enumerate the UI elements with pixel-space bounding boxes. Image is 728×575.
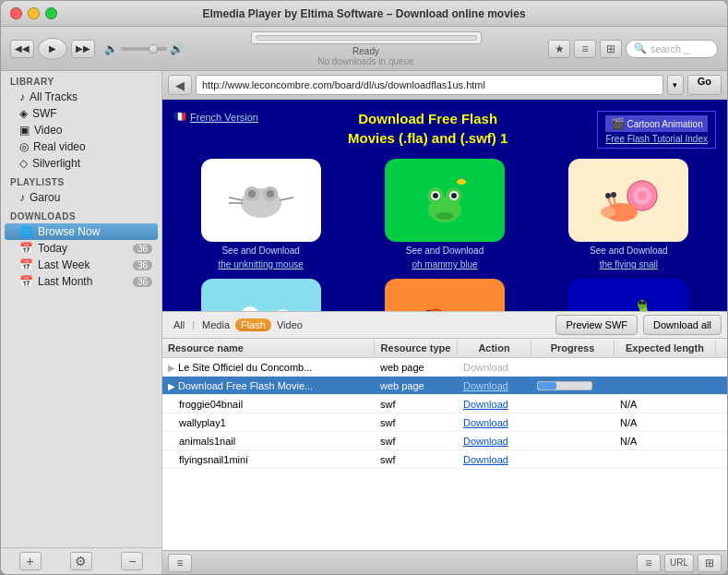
url-dropdown-button[interactable]: ▾ bbox=[667, 75, 684, 95]
table-row[interactable]: ▶ Download Free Flash Movie... web page … bbox=[162, 377, 727, 395]
table-body: ▶ Le Site Officiel du Concomb... web pag… bbox=[162, 358, 727, 550]
volume-slider[interactable] bbox=[121, 47, 167, 51]
row1-progress bbox=[531, 379, 615, 392]
svg-point-14 bbox=[451, 193, 457, 198]
row1-name: ▶ Download Free Flash Movie... bbox=[162, 378, 375, 393]
row3-length: N/A bbox=[615, 415, 716, 430]
last-month-icon: 📅 bbox=[19, 275, 33, 288]
row5-progress bbox=[531, 458, 615, 461]
url-input[interactable] bbox=[196, 75, 663, 95]
download-all-button[interactable]: Download all bbox=[643, 315, 722, 335]
row1-progress-bar bbox=[537, 381, 592, 390]
row1-type: web page bbox=[375, 378, 458, 393]
rewind-button[interactable]: ◀◀ bbox=[10, 40, 34, 58]
sidebar-label-last-week: Last Week bbox=[38, 258, 90, 271]
flash-thumb-snailrunner bbox=[385, 279, 505, 311]
list-icon-button[interactable]: ≡ bbox=[637, 554, 661, 572]
sidebar-label-swf: SWF bbox=[32, 107, 57, 120]
star-button[interactable]: ★ bbox=[548, 40, 570, 58]
grid-view-button[interactable]: ⊞ bbox=[600, 40, 622, 58]
play-button[interactable]: ▶ bbox=[38, 38, 67, 60]
flash-thumb-snail bbox=[568, 159, 688, 242]
sidebar-label-all-tracks: All Tracks bbox=[30, 90, 78, 103]
preview-swf-button[interactable]: Preview SWF bbox=[555, 315, 638, 335]
table-row[interactable]: wallyplay1 swf Download N/A bbox=[162, 413, 727, 432]
sidebar-item-all-tracks[interactable]: ♪ All Tracks bbox=[5, 89, 158, 105]
flash-link-1[interactable]: oh mammy blue bbox=[412, 259, 477, 270]
flash-link-0[interactable]: the unknitting mouse bbox=[219, 259, 304, 270]
row5-download-link[interactable]: Download bbox=[463, 454, 508, 465]
filter-flash[interactable]: Flash bbox=[235, 318, 271, 331]
col-header-progress: Progress bbox=[531, 341, 615, 355]
add-button[interactable]: + bbox=[19, 552, 42, 570]
settings-button[interactable]: ⚙ bbox=[70, 552, 92, 570]
table-row[interactable]: ▶ Le Site Officiel du Concomb... web pag… bbox=[162, 358, 727, 377]
svg-point-26 bbox=[605, 193, 611, 198]
col-header-name: Resource name bbox=[162, 341, 375, 355]
row1-download-link[interactable]: Download bbox=[463, 380, 508, 391]
search-box[interactable]: 🔍 search _ bbox=[626, 40, 718, 58]
sidebar-item-today[interactable]: 📅 Today 36 bbox=[5, 240, 158, 257]
page-title-line1: Download Free Flash bbox=[258, 111, 597, 126]
sidebar-item-last-month[interactable]: 📅 Last Month 36 bbox=[5, 273, 158, 290]
browser-panel: ◀ ▾ Go 🇫🇷 French Version Download Free F… bbox=[162, 71, 727, 574]
sidebar-item-browse-now[interactable]: 🌐 Browse Now bbox=[5, 223, 158, 240]
go-button[interactable]: Go bbox=[687, 75, 722, 95]
flash-caption-2: See and Download bbox=[590, 246, 668, 256]
row5-action: Download bbox=[458, 452, 531, 467]
silverlight-icon: ◇ bbox=[19, 157, 28, 170]
row4-length: N/A bbox=[615, 434, 716, 449]
svg-point-42 bbox=[638, 300, 647, 309]
last-month-badge: 36 bbox=[133, 277, 152, 287]
french-version-link[interactable]: French Version bbox=[190, 112, 258, 123]
row2-download-link[interactable]: Download bbox=[463, 399, 508, 410]
today-badge: 36 bbox=[133, 244, 152, 254]
back-button[interactable]: ◀ bbox=[168, 75, 192, 95]
sidebar-label-real-video: Real video bbox=[33, 140, 86, 153]
list-view-icon[interactable]: ≡ bbox=[168, 554, 192, 572]
minimize-button[interactable] bbox=[28, 7, 40, 19]
table-row[interactable]: froggie04bnail swf Download N/A bbox=[162, 395, 727, 413]
media-filter: All | Media Flash Video bbox=[168, 318, 308, 331]
table-row[interactable]: animals1nail swf Download N/A bbox=[162, 432, 727, 450]
row2-type: swf bbox=[375, 397, 458, 412]
app-window: Elmedia Player by Eltima Software – Down… bbox=[0, 0, 728, 575]
bird-svg bbox=[224, 288, 298, 311]
row3-download-link[interactable]: Download bbox=[463, 417, 508, 428]
flash-item-mouse: See and Download the unknitting mouse bbox=[173, 159, 348, 270]
close-button[interactable] bbox=[10, 7, 22, 19]
remove-button[interactable]: − bbox=[121, 552, 143, 570]
sidebar-item-silverlight[interactable]: ◇ Silverlight bbox=[5, 155, 158, 172]
table-row[interactable]: flyingsnail1mini swf Download bbox=[162, 450, 727, 469]
list-view-button[interactable]: ≡ bbox=[574, 40, 596, 58]
svg-line-5 bbox=[229, 198, 243, 200]
sidebar-item-last-week[interactable]: 📅 Last Week 36 bbox=[5, 257, 158, 273]
french-flag: 🇫🇷 bbox=[173, 111, 186, 123]
flash-thumb-frog bbox=[385, 159, 505, 242]
web-title-section: Download Free Flash Movies (.fla) and (.… bbox=[258, 111, 597, 150]
flash-grid: See and Download the unknitting mouse bbox=[173, 159, 716, 311]
filter-media[interactable]: Media bbox=[197, 318, 235, 331]
svg-line-24 bbox=[608, 198, 612, 207]
filter-all[interactable]: All bbox=[168, 318, 190, 331]
grid-icon-button[interactable]: ⊞ bbox=[698, 554, 722, 572]
downloads-header: DOWNLOADS bbox=[1, 206, 161, 223]
cartoon-tutorial-link[interactable]: Free Flash Tutorial Index bbox=[605, 134, 708, 144]
volume-icon: 🔈 bbox=[104, 42, 118, 55]
sidebar-item-garou[interactable]: ♪ Garou bbox=[5, 189, 158, 206]
flash-caption-1: See and Download bbox=[406, 246, 484, 256]
swf-icon: ◈ bbox=[19, 107, 28, 120]
row4-download-link[interactable]: Download bbox=[463, 436, 508, 447]
sidebar-item-real-video[interactable]: ◎ Real video bbox=[5, 138, 158, 155]
bottom-toolbar: ≡ ≡ URL ⊞ bbox=[162, 550, 727, 574]
sidebar-item-video[interactable]: ▣ Video bbox=[5, 122, 158, 138]
url-button[interactable]: URL bbox=[664, 554, 694, 572]
row0-scroll bbox=[716, 365, 727, 369]
forward-button[interactable]: ▶▶ bbox=[71, 40, 95, 58]
maximize-button[interactable] bbox=[45, 7, 57, 19]
browse-now-icon: 🌐 bbox=[19, 225, 33, 238]
filter-video[interactable]: Video bbox=[271, 318, 308, 331]
flash-link-2[interactable]: the flying snail bbox=[600, 259, 658, 270]
sidebar-item-swf[interactable]: ◈ SWF bbox=[5, 105, 158, 122]
real-video-icon: ◎ bbox=[19, 140, 29, 153]
